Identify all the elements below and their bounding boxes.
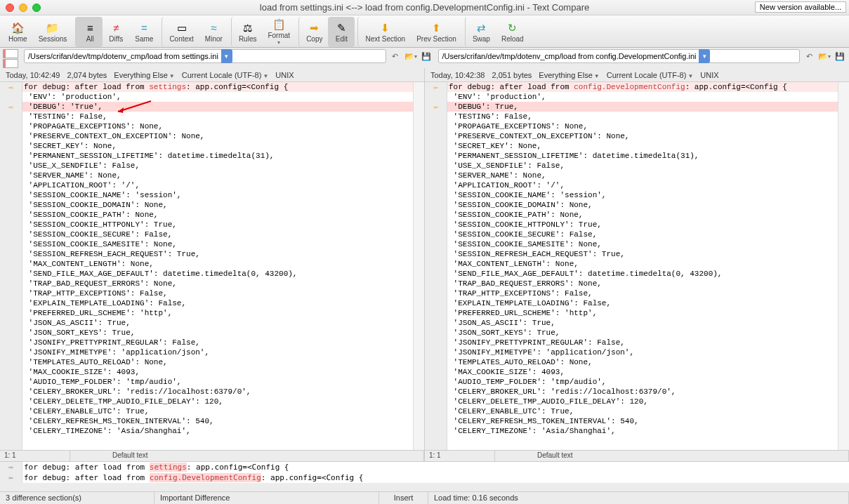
right-code[interactable]: for debug: after load from config.Develo… xyxy=(447,82,838,450)
left-scrollbar[interactable] xyxy=(413,82,424,450)
status-bar: 3 difference section(s) Important Differ… xyxy=(0,491,849,504)
diffs-button[interactable]: ≠Diffs xyxy=(103,17,129,47)
save-icon[interactable]: 💾 xyxy=(420,50,433,62)
same-button[interactable]: =Same xyxy=(129,17,159,47)
left-enc2: Default text xyxy=(70,451,424,461)
copy-button[interactable]: ➡Copy xyxy=(298,17,328,47)
sessions-button[interactable]: 📁Sessions xyxy=(33,17,73,47)
window-title: load from settings.ini <--> load from co… xyxy=(0,2,849,13)
left-bytes: 2,074 bytes xyxy=(67,71,107,79)
main-toolbar: 🏠Home 📁Sessions ≡All ≠Diffs =Same ▭Conte… xyxy=(0,15,849,48)
next-section-button[interactable]: ⬇Next Section xyxy=(357,17,411,47)
right-enc2: Default text xyxy=(495,451,849,461)
context-button[interactable]: ▭Context xyxy=(162,17,199,47)
right-filter[interactable]: Everything Else▼ xyxy=(539,71,599,79)
right-gutter: ⇦⇦ xyxy=(425,82,447,450)
diff-summary: ⇨for debug: after load from settings: ap… xyxy=(0,461,849,483)
titlebar: load from settings.ini <--> load from co… xyxy=(0,0,849,15)
format-button[interactable]: 📋Format▾ xyxy=(262,17,296,47)
thumbnail-strip[interactable] xyxy=(0,48,21,68)
home-button[interactable]: 🏠Home xyxy=(3,17,33,47)
all-button[interactable]: ≡All xyxy=(75,17,103,47)
diff-arrow-right-icon[interactable]: ⇨ xyxy=(0,462,22,472)
left-filter[interactable]: Everything Else▼ xyxy=(114,71,174,79)
minor-button[interactable]: ≈Minor xyxy=(199,17,228,47)
swap-button[interactable]: ⇄Swap xyxy=(465,17,496,47)
open-folder-icon[interactable]: 📂▾ xyxy=(404,50,417,62)
left-time: Today, 10:42:49 xyxy=(6,71,60,79)
right-path-select[interactable]: /Users/crifan/dev/tmp/dotenv_cmp/load fr… xyxy=(438,49,801,63)
left-encoding[interactable]: Current Locale (UTF-8)▼ xyxy=(182,71,269,79)
prev-section-button[interactable]: ⬆Prev Section xyxy=(411,17,462,47)
undo-icon[interactable]: ↶ xyxy=(389,50,402,62)
left-code[interactable]: for debug: after load from settings: app… xyxy=(22,82,413,450)
right-time: Today, 10:42:38 xyxy=(430,71,485,79)
diff-arrow-left-icon[interactable]: ⇦ xyxy=(0,472,22,483)
status-diff-count: 3 difference section(s) xyxy=(0,492,154,504)
left-pane: Today, 10:42:49 2,074 bytes Everything E… xyxy=(0,68,425,461)
left-gutter: ⇨⇨ xyxy=(0,82,22,450)
left-path-select[interactable]: /Users/crifan/dev/tmp/dotenv_cmp/load fr… xyxy=(24,49,386,63)
left-cursor-pos: 1: 1 xyxy=(0,451,70,461)
save-icon[interactable]: 💾 xyxy=(834,50,846,62)
edit-button[interactable]: ✎Edit xyxy=(328,17,355,47)
right-eol: UNIX xyxy=(700,71,718,79)
status-load-time: Load time: 0.16 seconds xyxy=(428,492,849,504)
right-pane: Today, 10:42:38 2,051 bytes Everything E… xyxy=(425,68,849,461)
new-version-button[interactable]: New version available... xyxy=(755,1,846,13)
right-cursor-pos: 1: 1 xyxy=(425,451,495,461)
status-importance: Important Difference xyxy=(154,492,379,504)
status-insert: Insert xyxy=(379,492,428,504)
reload-button[interactable]: ↻Reload xyxy=(496,17,529,47)
right-scrollbar[interactable] xyxy=(838,82,849,450)
right-bytes: 2,051 bytes xyxy=(492,71,532,79)
rules-button[interactable]: ⚖Rules xyxy=(231,17,263,47)
open-folder-icon[interactable]: 📂▾ xyxy=(818,50,831,62)
undo-icon[interactable]: ↶ xyxy=(803,50,815,62)
right-encoding[interactable]: Current Locale (UTF-8)▼ xyxy=(607,71,694,79)
left-eol: UNIX xyxy=(275,71,294,79)
